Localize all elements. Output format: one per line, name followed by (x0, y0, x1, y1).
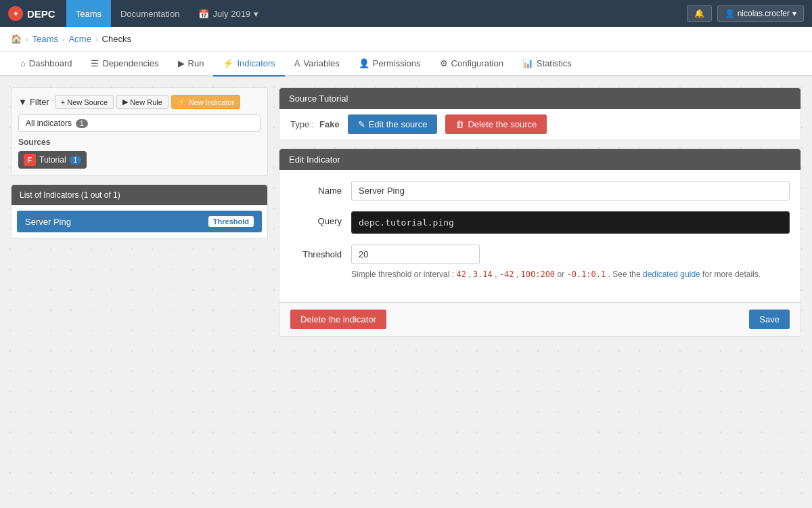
edit-indicator-header: Edit Indicator (279, 149, 800, 170)
all-indicators-label: All indicators (26, 119, 72, 128)
breadcrumb-home[interactable]: 🏠 (11, 34, 22, 44)
code-neg-interval: -0.1:0.1 (566, 270, 606, 279)
all-indicators-filter[interactable]: All indicators 1 (18, 114, 261, 132)
filter-bar-header: ▼ Filter + New Source ▶ New Rule ⚡ New I… (18, 95, 261, 109)
name-input[interactable] (351, 181, 790, 200)
indicators-icon: ⚡ (223, 58, 233, 68)
main-content: ▼ Filter + New Source ▶ New Rule ⚡ New I… (0, 77, 812, 496)
right-panel: Source Tutorial Type : Fake ✎ Edit the s… (279, 87, 801, 486)
new-source-button[interactable]: + New Source (55, 95, 114, 109)
brand-icon: ✦ (8, 6, 23, 21)
source-panel: Source Tutorial Type : Fake ✎ Edit the s… (279, 87, 801, 140)
delete-indicator-button[interactable]: Delete the indicator (290, 310, 386, 329)
permissions-icon: 👤 (359, 58, 369, 68)
tab-indicators[interactable]: ⚡ Indicators (213, 51, 284, 77)
type-value: Fake (319, 119, 340, 129)
name-label: Name (290, 181, 351, 196)
indicator-type-badge: Threshold (208, 216, 254, 227)
delete-source-button[interactable]: 🗑 Delete the source (445, 114, 547, 134)
dashboard-icon: ⌂ (20, 58, 26, 68)
name-form-group: Name (290, 181, 790, 200)
notification-button[interactable]: 🔔 (687, 5, 712, 22)
sep-1: › (26, 35, 28, 43)
dependencies-icon: ☰ (91, 58, 99, 68)
user-chevron-icon: ▾ (792, 9, 796, 18)
new-indicator-button[interactable]: ⚡ New Indicator (171, 95, 240, 109)
query-form-group: Query (290, 211, 790, 234)
brand-name: DEPC (27, 8, 55, 20)
query-input[interactable] (351, 211, 790, 234)
type-label: Type : Fake (290, 119, 340, 129)
nav-teams[interactable]: Teams (66, 0, 111, 27)
user-icon: 👤 (725, 9, 735, 18)
tab-dependencies[interactable]: ☰ Dependencies (81, 51, 168, 77)
sources-label: Sources (18, 137, 261, 147)
tab-configuration[interactable]: ⚙ Configuration (430, 51, 513, 77)
run-icon: ▶ (178, 58, 185, 68)
code-3-14: 3.14 (473, 270, 493, 279)
tab-statistics[interactable]: 📊 Statistics (513, 51, 581, 77)
topnav: ✦ DEPC Teams Documentation 📅 July 2019 ▾… (0, 0, 812, 27)
left-panel: ▼ Filter + New Source ▶ New Rule ⚡ New I… (11, 87, 268, 486)
tab-permissions[interactable]: 👤 Permissions (349, 51, 430, 77)
tab-dashboard[interactable]: ⌂ Dashboard (11, 51, 81, 77)
bell-icon: 🔔 (694, 9, 704, 18)
plus-icon: + (61, 98, 65, 106)
panel-footer: Delete the indicator Save (279, 302, 800, 336)
calendar-label: July 2019 (212, 9, 250, 19)
variables-icon: A (294, 58, 300, 68)
breadcrumb: 🏠 › Teams › Acme › Checks (0, 27, 812, 51)
trash-icon: 🗑 (455, 119, 464, 129)
play-icon: ▶ (122, 98, 128, 106)
breadcrumb-acme[interactable]: Acme (69, 34, 91, 44)
save-button[interactable]: Save (749, 310, 790, 329)
indicator-item-server-ping[interactable]: Server Ping Threshold (17, 211, 262, 232)
edit-source-button[interactable]: ✎ Edit the source (348, 114, 438, 134)
threshold-form-group: Threshold Simple threshold or interval :… (290, 245, 790, 280)
calendar-icon: 📅 (198, 9, 209, 19)
breadcrumb-teams[interactable]: Teams (32, 34, 58, 44)
tab-run[interactable]: ▶ Run (168, 51, 214, 77)
new-rule-button[interactable]: ▶ New Rule (116, 95, 168, 109)
threshold-help: Simple threshold or interval : 42 , 3.14… (351, 268, 790, 280)
code-100-200: 100:200 (521, 270, 556, 279)
filter-actions: + New Source ▶ New Rule ⚡ New Indicator (55, 95, 240, 109)
user-menu-button[interactable]: 👤 nicolas.crocfer ▾ (717, 5, 804, 22)
threshold-label: Threshold (290, 245, 351, 259)
all-indicators-badge: 1 (76, 119, 88, 128)
dedicated-guide-link[interactable]: dedicated guide (643, 270, 700, 279)
sep-2: › (62, 35, 65, 43)
threshold-field-container: Simple threshold or interval : 42 , 3.14… (351, 245, 790, 280)
lightning-icon: ⚡ (177, 98, 187, 106)
threshold-input[interactable] (351, 245, 480, 264)
breadcrumb-checks: Checks (102, 34, 131, 44)
source-tag-tutorial[interactable]: F Tutorial 1 (18, 151, 87, 169)
tabbar: ⌂ Dashboard ☰ Dependencies ▶ Run ⚡ Indic… (0, 51, 812, 77)
indicator-name: Server Ping (25, 217, 71, 227)
source-type-row: Type : Fake ✎ Edit the source 🗑 Delete t… (279, 109, 800, 140)
calendar-chevron-icon: ▾ (254, 9, 258, 19)
filter-icon: ▼ (18, 97, 27, 107)
nav-calendar[interactable]: 📅 July 2019 ▾ (189, 0, 268, 27)
configuration-icon: ⚙ (440, 58, 448, 68)
filter-label: ▼ Filter (18, 97, 49, 107)
edit-icon: ✎ (358, 119, 365, 129)
code-42: 42 (456, 270, 466, 279)
edit-indicator-body: Name Query Threshold Simple threshold or… (279, 170, 800, 302)
code-neg42: -42 (499, 270, 514, 279)
source-panel-header: Source Tutorial (279, 88, 800, 109)
filter-bar: ▼ Filter + New Source ▶ New Rule ⚡ New I… (11, 87, 268, 176)
source-icon: F (24, 154, 36, 166)
sep-3: › (95, 35, 98, 43)
source-tag-label: Tutorial (39, 155, 66, 165)
list-header: List of Indicators (1 out of 1) (12, 185, 267, 205)
query-label: Query (290, 211, 351, 226)
brand: ✦ DEPC (8, 6, 55, 21)
statistics-icon: 📊 (522, 58, 533, 68)
nav-documentation[interactable]: Documentation (111, 0, 189, 27)
indicator-list-panel: List of Indicators (1 out of 1) Server P… (11, 184, 268, 238)
tab-variables[interactable]: A Variables (285, 51, 349, 77)
edit-indicator-panel: Edit Indicator Name Query Threshold (279, 148, 801, 337)
source-count-badge: 1 (70, 156, 82, 165)
topnav-right: 🔔 👤 nicolas.crocfer ▾ (687, 5, 804, 22)
